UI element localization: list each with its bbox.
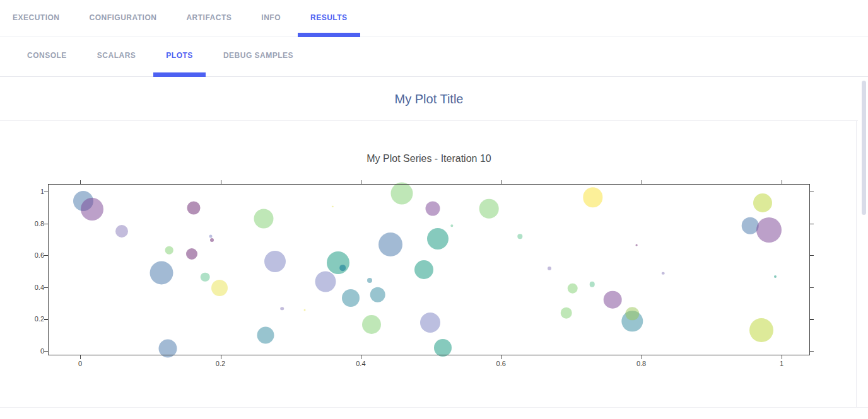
tab-artifacts[interactable]: ARTIFACTS [173,0,244,35]
data-point-bubble[interactable] [339,265,346,272]
data-point-bubble[interactable] [367,278,372,283]
plot-title-bar: My Plot Title [0,77,858,121]
tab-info[interactable]: INFO [249,0,293,35]
chart-series-title: My Plot Series - Iteration 10 [49,153,809,164]
data-point-bubble[interactable] [583,187,602,207]
tab-execution[interactable]: EXECUTION [0,0,73,35]
axis-tick [810,255,814,256]
axis-tick [80,355,81,359]
y-tick-label: 0.8 [35,220,44,227]
section-bottom-divider [0,407,868,408]
subtab-scalars-label: SCALARS [97,51,136,60]
data-point-bubble[interactable] [560,307,572,319]
axis-tick [501,355,501,359]
axis-tick [44,287,48,288]
tab-info-label: INFO [261,13,281,22]
data-point-bubble[interactable] [548,267,551,270]
data-point-bubble[interactable] [420,313,440,333]
data-point-bubble[interactable] [451,224,453,226]
data-point-bubble[interactable] [165,246,173,255]
data-point-bubble[interactable] [426,202,440,216]
data-point-bubble[interactable] [201,272,210,282]
data-point-bubble[interactable] [254,209,274,229]
scatter-chart[interactable]: 00.20.40.60.81 00.20.40.60.81 [48,184,810,355]
axis-tick [44,255,48,256]
axis-tick [361,355,361,359]
active-tab-underline [298,33,360,37]
y-tick-label: 0.2 [35,315,44,323]
tab-configuration-label: CONFIGURATION [90,13,157,22]
data-point-bubble[interactable] [662,272,665,275]
x-tick-label: 1 [780,360,783,367]
data-point-bubble[interactable] [391,183,413,205]
data-point-bubble[interactable] [209,235,212,238]
data-point-bubble[interactable] [187,202,201,215]
data-point-bubble[interactable] [342,289,360,307]
data-point-bubble[interactable] [567,283,578,294]
axis-tick [810,319,814,319]
tab-results-label: RESULTS [310,13,348,22]
data-point-bubble[interactable] [159,339,177,357]
content-gutter-line [856,121,857,407]
x-tick-label: 0.4 [356,360,365,367]
subtab-console-label: CONSOLE [27,51,67,60]
data-point-bubble[interactable] [186,248,197,260]
data-point-bubble[interactable] [756,217,782,243]
data-point-bubble[interactable] [434,339,452,357]
data-point-bubble[interactable] [362,315,381,334]
data-point-bubble[interactable] [518,234,522,239]
x-tick-label: 0.6 [496,360,506,367]
axis-tick [782,355,782,359]
data-point-bubble[interactable] [753,193,772,212]
data-point-bubble[interactable] [281,307,284,311]
data-point-bubble[interactable] [479,199,499,219]
axis-tick [44,351,48,352]
subtab-scalars[interactable]: SCALARS [85,38,149,72]
axis-tick [44,319,48,319]
subtab-debug-samples[interactable]: DEBUG SAMPLES [211,38,306,72]
x-tick-label: 0.2 [216,360,225,367]
subtab-console[interactable]: CONSOLE [15,38,79,72]
data-point-bubble[interactable] [589,282,595,287]
axis-tick [501,180,501,184]
axis-tick [361,180,361,184]
data-point-bubble[interactable] [774,275,777,278]
results-sub-nav: CONSOLE SCALARS PLOTS DEBUG SAMPLES [0,38,868,77]
plot-title: My Plot Title [395,92,464,106]
axis-tick [810,351,814,352]
data-point-bubble[interactable] [327,251,349,274]
scrollbar-thumb[interactable] [862,81,866,215]
data-point-bubble[interactable] [81,198,103,221]
subtab-plots[interactable]: PLOTS [153,38,206,72]
data-point-bubble[interactable] [378,232,402,256]
data-point-bubble[interactable] [370,287,385,302]
data-point-bubble[interactable] [414,260,433,279]
data-point-bubble[interactable] [210,238,214,242]
vertical-scrollbar[interactable] [859,77,868,419]
data-point-bubble[interactable] [315,272,336,292]
data-point-bubble[interactable] [604,290,622,309]
data-point-bubble[interactable] [635,244,637,246]
tab-configuration[interactable]: CONFIGURATION [77,0,170,35]
data-point-bubble[interactable] [332,206,333,207]
subtab-plots-label: PLOTS [166,51,193,60]
tab-results[interactable]: RESULTS [298,0,360,35]
axis-tick [80,180,81,184]
x-tick-label: 0.8 [636,360,646,367]
subtab-debug-samples-label: DEBUG SAMPLES [223,51,293,60]
x-tick-label: 0 [78,360,82,367]
axis-tick [44,192,48,192]
data-point-bubble[interactable] [303,309,305,311]
data-point-bubble[interactable] [150,261,173,284]
axis-tick [782,180,782,184]
axis-tick [810,192,814,192]
data-point-bubble[interactable] [427,228,449,250]
data-point-bubble[interactable] [115,225,128,238]
data-point-bubble[interactable] [749,318,773,342]
data-point-bubble[interactable] [211,280,228,296]
data-point-bubble[interactable] [264,251,286,272]
tab-execution-label: EXECUTION [13,13,60,22]
axis-tick [642,180,642,184]
axis-tick [44,224,48,224]
data-point-bubble[interactable] [257,326,274,343]
